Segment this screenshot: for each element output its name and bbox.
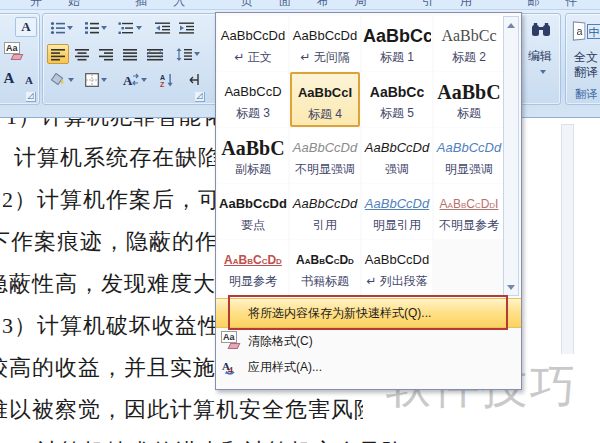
align-right-button[interactable] [95, 44, 117, 64]
doc-line: 计算机系统存在缺陷， [14, 143, 244, 173]
increase-indent-button[interactable] [175, 18, 197, 38]
align-center-button[interactable] [71, 44, 93, 64]
bullets-button[interactable] [47, 18, 75, 38]
style-item-heading2[interactable]: AaBbCc标题 2 [434, 16, 504, 71]
style-preview: AaBbCcDd [291, 193, 359, 215]
paragraph-dialog-launcher[interactable]: ◿ [195, 92, 205, 102]
style-item-intense-reference[interactable]: AaBbCcDd明显参考 [218, 240, 288, 295]
gallery-menu: 将所选内容保存为新快速样式(Q)... Aa 清除格式(C) A4 应用样式(A… [216, 298, 521, 380]
menu-item-apply-styles[interactable]: A4 应用样式(A)... [216, 354, 521, 380]
style-label: ↵ 无间隔 [291, 49, 359, 66]
style-item-subtitle[interactable]: AaBbC副标题 [218, 128, 288, 183]
menu-item-save-selection-as-new-quick-style[interactable]: 将所选内容保存为新快速样式(Q)... [216, 298, 521, 328]
distribute-icon [147, 48, 163, 61]
scroll-down-button[interactable] [504, 280, 518, 294]
justify-icon [123, 48, 137, 61]
style-preview: AaBbCcDd [363, 249, 431, 271]
numbered-list-icon [84, 21, 99, 35]
style-preview: AaBbCcDd [363, 193, 431, 215]
multilevel-list-icon [118, 21, 134, 35]
apply-styles-icon: A4 [216, 359, 244, 375]
style-preview: AaBbCcDd [219, 25, 287, 47]
style-label: 强调 [363, 161, 431, 178]
style-item-title[interactable]: AaBbC标题 [434, 72, 504, 127]
shrink-font-button[interactable]: A [21, 70, 37, 90]
grow-font-icon: A [4, 70, 15, 87]
style-item-intense-quote[interactable]: AaBbCcDd明显引用 [362, 184, 432, 239]
character-border-button[interactable]: A [15, 17, 37, 37]
style-label: 引用 [291, 217, 359, 234]
style-item-list-paragraph[interactable]: AaBbCcDd↵ 列出段落 [362, 240, 432, 295]
decrease-indent-button[interactable] [151, 18, 173, 38]
style-item-subtle-emphasis[interactable]: AaBbCcDd不明显强调 [290, 128, 360, 183]
edit-group-button-label[interactable]: 编辑 [520, 48, 560, 65]
chevron-down-icon [540, 70, 546, 74]
scroll-up-button[interactable] [504, 18, 518, 32]
style-item-heading1[interactable]: AaBbCc标题 1 [362, 16, 432, 71]
ribbon-tabs-clipped[interactable]: 开始 插入 页面布局 引用 邮件 审阅 视图 加载项 [0, 0, 600, 10]
line-spacing-button[interactable] [173, 44, 203, 64]
align-left-icon [51, 48, 65, 61]
style-label: 副标题 [219, 161, 287, 178]
doc-line: 隐蔽性高，发现难度大， [0, 269, 239, 299]
style-item-normal[interactable]: AaBbCcDd↵ 正文 [218, 16, 288, 71]
triangle-down-icon [507, 285, 515, 290]
distribute-button[interactable] [143, 44, 167, 64]
style-item-book-title[interactable]: AaBbCcDd书籍标题 [290, 240, 360, 295]
style-item-quote[interactable]: AaBbCcDd引用 [290, 184, 360, 239]
style-preview: AaBbCcDd [219, 249, 287, 271]
edit-group: 编辑 [519, 13, 561, 105]
style-label: 明显强调 [435, 161, 503, 178]
style-preview: AaBbCcDd [291, 137, 359, 159]
styles-gallery: AaBbCcDd↵ 正文 AaBbCcDd↵ 无间隔 AaBbCc标题 1 Aa… [218, 16, 504, 296]
style-item-heading3[interactable]: AaBbCcD标题 3 [218, 72, 288, 127]
gallery-scrollbar[interactable] [503, 16, 519, 296]
style-preview: AaBbCc [435, 25, 503, 47]
chevron-down-icon [101, 78, 107, 82]
quick-styles-dropdown: AaBbCcDd↵ 正文 AaBbCcDd↵ 无间隔 AaBbCc标题 1 Aa… [215, 12, 522, 390]
grow-font-button[interactable]: A [0, 68, 19, 88]
translate-a-icon: a [572, 21, 584, 40]
menu-item-clear-formatting[interactable]: Aa 清除格式(C) [216, 328, 521, 354]
paragraph-mark-icon [188, 73, 201, 87]
numbering-button[interactable] [81, 18, 109, 38]
style-label: 标题 5 [363, 105, 431, 122]
increase-indent-icon [179, 21, 194, 35]
document-scrollbar[interactable] [561, 124, 574, 364]
justify-button[interactable] [119, 44, 141, 64]
style-label: 标题 4 [292, 106, 358, 123]
align-left-button[interactable] [47, 44, 69, 64]
shrink-font-icon: A [25, 74, 33, 86]
style-preview: AaBbCcDd [291, 249, 359, 271]
style-item-heading5[interactable]: AaBbCc标题 5 [362, 72, 432, 127]
line-spacing-icon [176, 48, 192, 61]
style-preview: AaBbCc [363, 25, 431, 47]
style-item-subtle-reference[interactable]: AaBbCcDdI不明显参考 [434, 184, 504, 239]
style-item-strong[interactable]: AaBbCcDd要点 [218, 184, 288, 239]
style-label: 书籍标题 [291, 273, 359, 290]
find-button[interactable] [527, 18, 555, 42]
style-preview: AaBbCcDd [435, 137, 503, 159]
font-dialog-launcher[interactable]: ◿ [26, 92, 36, 102]
full-text-translate-button[interactable]: a 中 [570, 17, 600, 45]
style-preview: AaBbCcI [292, 82, 358, 104]
style-item-heading4-selected[interactable]: AaBbCcI标题 4 [290, 72, 360, 127]
chevron-down-icon [67, 26, 73, 30]
style-label: 标题 2 [435, 49, 503, 66]
borders-icon [85, 73, 99, 87]
align-center-icon [75, 48, 89, 61]
style-item-no-spacing[interactable]: AaBbCcDd↵ 无间隔 [290, 16, 360, 71]
binoculars-icon [531, 22, 551, 38]
chevron-down-icon [194, 52, 200, 56]
style-label: ↵ 列出段落 [363, 273, 431, 290]
full-text-translate-label[interactable]: 全文 翻译 [566, 50, 600, 80]
clear-formatting-button[interactable]: Aa [1, 42, 25, 62]
style-item-intense-emphasis[interactable]: AaBbCcDd明显强调 [434, 128, 504, 183]
style-preview: AaBbCcDdI [435, 193, 503, 215]
style-item-emphasis[interactable]: AaBbCcDd强调 [362, 128, 432, 183]
chevron-down-icon [68, 78, 74, 82]
paint-bucket-icon [50, 73, 66, 87]
style-label: 标题 1 [363, 49, 431, 66]
style-preview: AaBbC [435, 81, 503, 103]
multilevel-list-button[interactable] [115, 18, 145, 38]
